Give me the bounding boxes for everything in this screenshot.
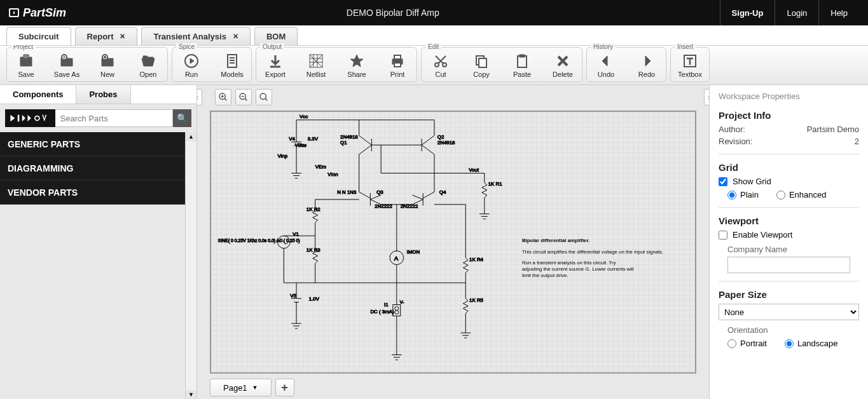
star-icon (348, 53, 365, 69)
portrait-radio[interactable]: Portrait (727, 339, 767, 348)
document-icon (224, 53, 240, 69)
group-label: History (591, 43, 616, 50)
export-button[interactable]: Export (260, 51, 291, 80)
search-button[interactable]: 🔍 (173, 109, 191, 127)
svg-text:1K
R3: 1K R3 (307, 247, 321, 253)
textbox-button[interactable]: Textbox (675, 51, 705, 80)
netlist-button[interactable]: Netlist (301, 51, 331, 80)
close-icon[interactable]: ✕ (233, 32, 238, 41)
properties-panel: Workspace Properties Project Info Author… (709, 85, 868, 399)
svg-text:limit the output drive.: limit the output drive. (522, 273, 568, 278)
paper-size-select[interactable]: None (719, 304, 859, 320)
saveas-icon (59, 53, 75, 69)
print-button[interactable]: Print (382, 51, 413, 80)
arrow-left-icon (598, 53, 614, 69)
share-button[interactable]: Share (341, 51, 372, 80)
svg-point-109 (395, 310, 399, 314)
section-grid: Grid (719, 162, 859, 173)
svg-text:IMON: IMON (407, 249, 420, 255)
open-button[interactable]: Open (133, 51, 163, 80)
svg-text:Q1: Q1 (340, 140, 347, 145)
svg-text:2N4918: 2N4918 (437, 140, 455, 145)
save-button[interactable]: Save (11, 51, 41, 80)
close-icon[interactable]: ✕ (120, 32, 125, 41)
document-title: DEMO Bipolar Diff Amp (66, 8, 720, 18)
tab-probes[interactable]: Probes (76, 85, 130, 104)
landscape-radio[interactable]: Landscape (785, 339, 838, 348)
zoom-out-button[interactable] (235, 89, 252, 105)
grid-plain-radio[interactable]: Plain (727, 190, 759, 200)
brand-text: PartSim (23, 6, 66, 20)
tab-report[interactable]: Report✕ (75, 27, 138, 45)
svg-text:Q2: Q2 (437, 134, 444, 140)
svg-text:Bipolar differential amplifier: Bipolar differential amplifier. (522, 238, 589, 243)
canvas-area[interactable]: ‹ Vcc (197, 85, 709, 399)
group-label: Output (260, 43, 284, 50)
delete-button[interactable]: Delete (548, 51, 578, 80)
grid-enhanced-radio[interactable]: Enhanced (776, 190, 827, 200)
category-scrollbar[interactable]: ▲ ▼ (185, 132, 196, 399)
group-label: Insert (675, 43, 696, 50)
svg-text:2N2222: 2N2222 (375, 203, 392, 209)
section-project-info: Project Info (719, 110, 859, 121)
svg-text:adjusting the current source I: adjusting the current source I1. Lower c… (522, 266, 634, 272)
svg-text:1K
R5: 1K R5 (469, 297, 484, 303)
play-icon (183, 53, 200, 69)
new-button[interactable]: New (92, 51, 123, 80)
chevron-down-icon: ▼ (252, 384, 258, 391)
svg-text:1K
R2: 1K R2 (307, 206, 320, 212)
brand-icon (9, 8, 19, 17)
models-button[interactable]: Models (217, 51, 247, 80)
enable-viewport-checkbox[interactable]: Enable Viewport (719, 230, 859, 240)
paste-icon (514, 53, 530, 69)
svg-text:2N2222: 2N2222 (401, 203, 418, 209)
tab-subcircuit[interactable]: Subcircuit (6, 27, 71, 45)
main-toolbar: Project Save Save As New Open Spice Run … (0, 46, 868, 85)
show-grid-checkbox[interactable]: Show Grid (719, 177, 859, 186)
svg-text:A: A (394, 255, 399, 262)
svg-rect-6 (394, 55, 401, 59)
left-panel: Components Probes 🔍 GENERIC PARTS DIAGRA… (0, 85, 197, 399)
tab-transient[interactable]: Transient Analysis✕ (141, 27, 250, 45)
svg-rect-11 (479, 58, 486, 67)
tab-components[interactable]: Components (0, 85, 76, 104)
cut-button[interactable]: Cut (425, 51, 456, 80)
group-label: Spice (176, 43, 197, 50)
page-tab[interactable]: Page1▼ (210, 379, 272, 396)
search-input[interactable] (55, 109, 173, 127)
svg-text:N N 1N3: N N 1N3 (337, 189, 357, 195)
zoom-fit-button[interactable] (256, 89, 272, 105)
scroll-down-icon[interactable]: ▼ (186, 390, 196, 399)
open-icon (140, 53, 156, 69)
undo-button[interactable]: Undo (591, 51, 621, 80)
zoom-in-button[interactable] (215, 89, 231, 105)
category-generic-parts[interactable]: GENERIC PARTS (0, 132, 185, 156)
help-link[interactable]: Help (818, 0, 859, 25)
tab-bom[interactable]: BOM (254, 27, 298, 45)
signup-link[interactable]: Sign-Up (720, 0, 775, 25)
add-page-button[interactable]: + (275, 379, 294, 396)
category-vendor-parts[interactable]: VENDOR PARTS (0, 180, 185, 205)
svg-line-33 (359, 135, 372, 145)
download-icon (267, 53, 284, 69)
svg-text:Run a transient analysis on th: Run a transient analysis on this circuit… (522, 260, 616, 266)
schematic-canvas[interactable]: Vcc V4 3.3V VBias Vinp VEm (210, 111, 696, 374)
login-link[interactable]: Login (775, 0, 818, 25)
header-links: Sign-Up Login Help (720, 0, 859, 25)
svg-text:3.3V: 3.3V (308, 136, 319, 142)
search-icon: 🔍 (177, 113, 188, 123)
category-diagramming[interactable]: DIAGRAMMING (0, 156, 185, 180)
redo-button[interactable]: Redo (631, 51, 662, 80)
run-button[interactable]: Run (176, 51, 207, 80)
svg-text:VInn: VInn (327, 172, 338, 178)
company-name-input[interactable] (727, 257, 850, 273)
svg-text:V1: V1 (293, 231, 299, 237)
copy-button[interactable]: Copy (466, 51, 497, 80)
grid-icon (308, 53, 324, 69)
paste-button[interactable]: Paste (507, 51, 537, 80)
saveas-button[interactable]: Save As (52, 51, 82, 80)
scroll-up-icon[interactable]: ▲ (186, 132, 196, 141)
app-header: PartSim DEMO Bipolar Diff Amp Sign-Up Lo… (0, 0, 868, 25)
collapse-right-icon[interactable]: › (704, 89, 709, 105)
brand-logo: PartSim (9, 6, 66, 20)
